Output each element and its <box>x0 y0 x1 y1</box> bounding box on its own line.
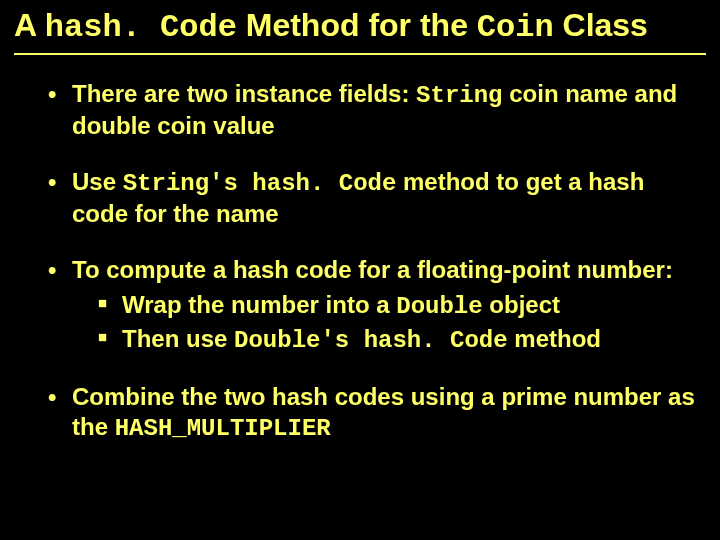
b1-code: String <box>416 82 502 109</box>
b2-pre: Use <box>72 168 123 195</box>
b4-code: HASH_MULTIPLIER <box>115 415 331 442</box>
title-code-2: Coin <box>477 9 554 46</box>
s2-code: Double's hash. Code <box>234 327 508 354</box>
slide-title: A hash. Code Method for the Coin Class <box>14 6 706 55</box>
title-post: Class <box>554 7 648 43</box>
b1-pre: There are two instance fields: <box>72 80 416 107</box>
s1-code: Double <box>396 293 482 320</box>
bullet-2: Use String's hash. Code method to get a … <box>48 167 706 229</box>
s2-pre: Then use <box>122 325 234 352</box>
title-mid: Method for the <box>237 7 477 43</box>
bullet-list: There are two instance fields: String co… <box>14 79 706 443</box>
bullet-1: There are two instance fields: String co… <box>48 79 706 141</box>
b2-code: String's hash. Code <box>123 170 397 197</box>
title-pre: A <box>14 7 45 43</box>
s2-post: method <box>508 325 601 352</box>
sub-2: Then use Double's hash. Code method <box>98 323 706 356</box>
sub-list: Wrap the number into a Double object The… <box>72 289 706 355</box>
s1-pre: Wrap the number into a <box>122 291 396 318</box>
sub-1: Wrap the number into a Double object <box>98 289 706 322</box>
b3-lead: To compute a hash code for a floating-po… <box>72 256 673 283</box>
s1-post: object <box>483 291 560 318</box>
bullet-3: To compute a hash code for a floating-po… <box>48 255 706 355</box>
title-code-1: hash. Code <box>45 9 237 46</box>
bullet-4: Combine the two hash codes using a prime… <box>48 382 706 444</box>
